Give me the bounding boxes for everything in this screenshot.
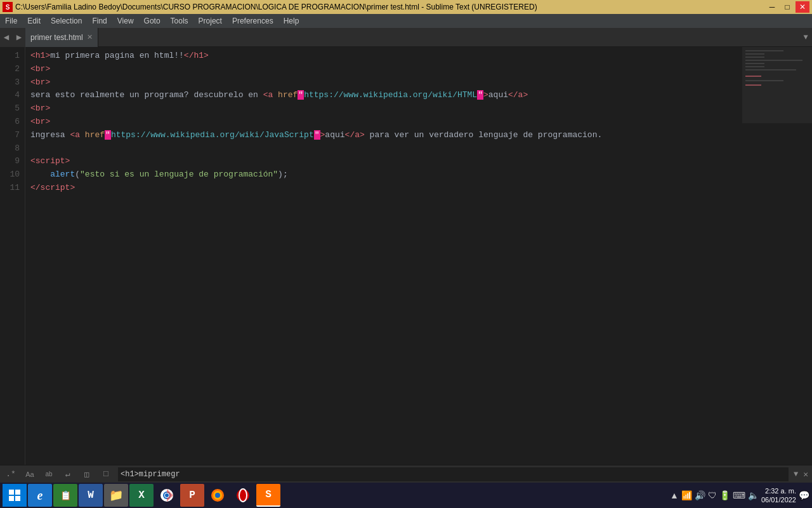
line-num-7: 7 bbox=[5, 129, 20, 142]
menu-selection[interactable]: Selection bbox=[46, 14, 87, 28]
svg-point-18 bbox=[165, 493, 169, 497]
title-text: C:\Users\Familia Ladino Bedoy\Documents\… bbox=[15, 3, 537, 11]
menu-goto[interactable]: Goto bbox=[139, 14, 166, 28]
line-num-8: 8 bbox=[5, 142, 20, 156]
svg-rect-7 bbox=[745, 69, 796, 70]
find-close-icon[interactable]: ✕ bbox=[803, 469, 808, 479]
code-editor[interactable]: <h1>mi primera pagina en html!!</h1> <br… bbox=[25, 47, 812, 465]
line-num-9: 9 bbox=[5, 155, 20, 168]
tab-bar: ◀ ▶ primer test.html ✕ ▼ bbox=[0, 28, 812, 47]
line-num-4: 4 bbox=[5, 89, 20, 102]
svg-rect-11 bbox=[9, 490, 14, 495]
title-bar-left: S C:\Users\Familia Ladino Bedoy\Document… bbox=[3, 2, 537, 12]
svg-point-23 bbox=[239, 489, 247, 502]
menu-preferences[interactable]: Preferences bbox=[227, 14, 278, 28]
sublime-taskbar-button[interactable]: S bbox=[256, 484, 280, 507]
line-num-1: 1 bbox=[5, 50, 20, 63]
start-button[interactable] bbox=[3, 484, 27, 507]
close-button[interactable]: ✕ bbox=[796, 1, 809, 13]
svg-point-21 bbox=[215, 493, 220, 498]
find-dropdown-icon[interactable]: ▼ bbox=[794, 470, 798, 479]
opera-button[interactable] bbox=[231, 484, 255, 507]
tab-dropdown[interactable]: ▼ bbox=[799, 28, 812, 47]
title-bar: S C:\Users\Familia Ladino Bedoy\Document… bbox=[0, 0, 812, 14]
svg-rect-2 bbox=[745, 53, 764, 55]
volume-icon[interactable]: 🔈 bbox=[748, 490, 759, 500]
menu-project[interactable]: Project bbox=[193, 14, 227, 28]
sound-icon[interactable]: 🔊 bbox=[695, 490, 705, 500]
firefox-button[interactable] bbox=[206, 484, 230, 507]
line-num-10: 10 bbox=[5, 168, 20, 182]
svg-rect-8 bbox=[745, 76, 761, 77]
menu-find[interactable]: Find bbox=[87, 14, 112, 28]
svg-rect-4 bbox=[745, 60, 802, 61]
taskbar: e 📋 W 📁 X P bbox=[0, 483, 812, 508]
menu-bar: File Edit Selection Find View Goto Tools… bbox=[0, 14, 812, 28]
tab-close-icon[interactable]: ✕ bbox=[87, 33, 93, 41]
tab-item[interactable]: primer test.html ✕ bbox=[25, 28, 98, 47]
battery-icon[interactable]: 🔋 bbox=[719, 490, 730, 500]
green-app-button[interactable]: 📋 bbox=[53, 484, 77, 507]
wrap-icon[interactable]: ↵ bbox=[61, 467, 75, 481]
line-numbers: 1 2 3 4 5 6 7 8 9 10 11 bbox=[0, 47, 25, 465]
clock-date: 06/01/2022 bbox=[761, 495, 796, 504]
svg-rect-12 bbox=[15, 490, 20, 495]
tab-nav-left[interactable]: ◀ bbox=[0, 28, 13, 47]
line-num-6: 6 bbox=[5, 116, 20, 129]
menu-view[interactable]: View bbox=[112, 14, 139, 28]
tab-label: primer test.html bbox=[30, 33, 83, 42]
regex-icon[interactable]: .* bbox=[4, 467, 18, 481]
notifications-icon[interactable]: 💬 bbox=[799, 490, 809, 500]
svg-rect-14 bbox=[15, 496, 20, 501]
line-num-2: 2 bbox=[5, 63, 20, 76]
word-button[interactable]: W bbox=[79, 484, 103, 507]
expand-tray-icon[interactable]: ▲ bbox=[670, 490, 679, 500]
excel-button[interactable]: X bbox=[129, 484, 154, 507]
svg-rect-10 bbox=[745, 84, 761, 86]
system-clock[interactable]: 2:32 a. m. 06/01/2022 bbox=[761, 486, 796, 505]
ppt-button[interactable]: P bbox=[180, 484, 204, 507]
svg-rect-6 bbox=[745, 66, 764, 67]
menu-file[interactable]: File bbox=[0, 14, 22, 28]
sublime-logo-icon: S bbox=[3, 2, 13, 12]
taskbar-right: ▲ 📶 🔊 🛡 🔋 ⌨ 🔈 2:32 a. m. 06/01/2022 💬 bbox=[670, 486, 809, 505]
code-area: 1 2 3 4 5 6 7 8 9 10 11 <h1>mi primera p… bbox=[0, 47, 812, 465]
svg-rect-9 bbox=[745, 80, 783, 81]
find-input[interactable] bbox=[118, 467, 789, 481]
minimize-button[interactable]: ─ bbox=[765, 1, 779, 13]
title-bar-controls: ─ □ ✕ bbox=[765, 1, 809, 13]
folder-button[interactable]: 📁 bbox=[104, 484, 128, 507]
maximize-button[interactable]: □ bbox=[780, 1, 794, 13]
svg-rect-3 bbox=[745, 57, 764, 58]
minimap[interactable] bbox=[742, 47, 812, 123]
menu-help[interactable]: Help bbox=[278, 14, 304, 28]
tab-nav-right[interactable]: ▶ bbox=[13, 28, 25, 47]
word-icon[interactable]: ab bbox=[42, 467, 56, 481]
line-num-11: 11 bbox=[5, 182, 20, 195]
menu-edit[interactable]: Edit bbox=[22, 14, 46, 28]
shield-icon[interactable]: 🛡 bbox=[708, 490, 717, 500]
line-num-3: 3 bbox=[5, 76, 20, 90]
line-num-5: 5 bbox=[5, 102, 20, 116]
svg-rect-13 bbox=[9, 496, 14, 501]
notification-icons: ▲ 📶 🔊 🛡 🔋 ⌨ 🔈 bbox=[670, 490, 759, 500]
ie-button[interactable]: e bbox=[28, 484, 52, 507]
menu-tools[interactable]: Tools bbox=[166, 14, 193, 28]
svg-rect-1 bbox=[745, 50, 783, 51]
clock-time: 2:32 a. m. bbox=[761, 486, 796, 495]
chrome-button[interactable] bbox=[155, 484, 179, 507]
case-icon[interactable]: Aa bbox=[23, 467, 37, 481]
svg-rect-5 bbox=[745, 63, 764, 64]
bottom-panel: .* Aa ab ↵ ◫ □ ▼ ✕ bbox=[0, 465, 812, 483]
highlight-icon[interactable]: □ bbox=[99, 467, 113, 481]
keyboard-icon[interactable]: ⌨ bbox=[733, 490, 745, 500]
network-icon[interactable]: 📶 bbox=[681, 490, 692, 500]
select-icon[interactable]: ◫ bbox=[80, 467, 94, 481]
